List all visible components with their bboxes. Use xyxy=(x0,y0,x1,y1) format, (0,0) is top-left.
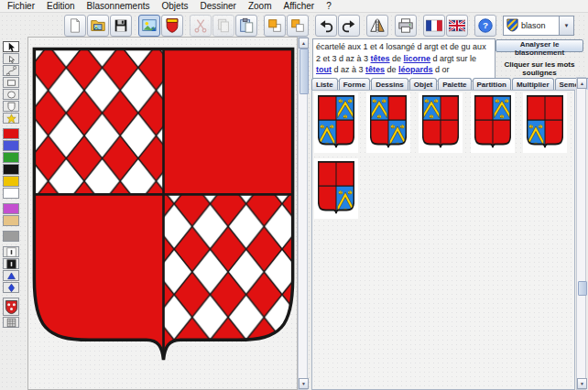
scroll-down-icon[interactable]: ▼ xyxy=(299,378,309,389)
toolbar-group xyxy=(264,15,309,37)
tab-forme[interactable]: Forme xyxy=(339,78,370,90)
menu-edition[interactable]: Edition xyxy=(47,1,75,11)
send-back-icon xyxy=(289,17,306,34)
palette-group xyxy=(3,203,19,226)
shield-shape-tool-button[interactable] xyxy=(3,101,19,112)
quartering-option-quarter-3[interactable] xyxy=(523,92,567,153)
tool-palette xyxy=(3,41,23,332)
color-ermine-swatch[interactable] xyxy=(3,215,19,226)
scroll-down-icon[interactable]: ▼ xyxy=(577,378,587,389)
hatch-light-button[interactable] xyxy=(3,246,19,257)
image-icon xyxy=(141,17,158,34)
blazon-word-link[interactable]: léopards xyxy=(398,65,433,74)
tab-multiplier[interactable]: Multiplier xyxy=(512,78,554,90)
blazon-panel: écartelé aux 1 et 4 losangé d argt et de… xyxy=(310,37,588,390)
analyze-column: Analyser le blasonnement Cliquer sur les… xyxy=(495,39,583,77)
blazon-text: d argt sur le xyxy=(430,54,476,63)
blazon-word-link[interactable]: licorne xyxy=(404,54,431,63)
blazon-word-link[interactable]: têtes xyxy=(365,65,385,74)
save-button[interactable] xyxy=(110,15,132,37)
color-argent-swatch[interactable] xyxy=(3,188,19,199)
undo-button[interactable] xyxy=(315,15,337,37)
panel-scrollbar-thumb[interactable] xyxy=(578,281,587,296)
color-gules-swatch[interactable] xyxy=(3,128,19,139)
copy-button[interactable] xyxy=(212,15,234,37)
help-button[interactable]: ? xyxy=(474,15,496,37)
ellipse-tool-button[interactable] xyxy=(3,89,19,100)
blazon-text: d or xyxy=(433,65,450,74)
color-azure-swatch[interactable] xyxy=(3,140,19,151)
blazon-text-area[interactable]: écartelé aux 1 et 4 losangé d argt et de… xyxy=(312,38,495,81)
canvas-vertical-scrollbar[interactable]: ▲ ▼ xyxy=(298,37,308,390)
color-purpure-swatch[interactable] xyxy=(3,203,19,214)
select-tool-button[interactable] xyxy=(3,41,19,52)
color-vert-swatch[interactable] xyxy=(3,152,19,163)
quartering-option-quarters-2-3[interactable] xyxy=(314,92,358,153)
toolbar-group xyxy=(138,15,183,37)
tab-objet[interactable]: Objet xyxy=(409,78,437,90)
blason-selector[interactable]: blason▼ xyxy=(503,16,574,36)
export-image-button[interactable] xyxy=(138,15,160,37)
flag-uk-icon xyxy=(449,17,465,34)
pen-tool-button[interactable] xyxy=(3,65,19,76)
quartering-option-quarter-1[interactable] xyxy=(419,92,463,153)
menu-zoom[interactable]: Zoom xyxy=(248,1,272,11)
undo-icon xyxy=(318,17,334,34)
node-select-tool-button[interactable] xyxy=(3,53,19,64)
language-french-button[interactable] xyxy=(423,15,445,37)
menu-dessiner[interactable]: Dessiner xyxy=(200,1,235,11)
svg-text:?: ? xyxy=(483,20,488,30)
tab-liste[interactable]: Liste xyxy=(311,78,338,90)
paste-button[interactable] xyxy=(235,15,257,37)
bring-to-front-button[interactable] xyxy=(264,15,286,37)
open-file-button[interactable] xyxy=(87,15,109,37)
color-gray-swatch[interactable] xyxy=(3,231,19,242)
redo-button[interactable] xyxy=(338,15,360,37)
menu-fichier[interactable]: Fichier xyxy=(7,1,35,11)
palette-group xyxy=(3,231,19,242)
hatch-dark-button[interactable] xyxy=(3,258,19,269)
quartering-option-quarter-2[interactable] xyxy=(471,92,515,153)
tab-palette[interactable]: Palette xyxy=(438,78,471,90)
palette-group xyxy=(3,128,19,199)
analyze-blazon-button[interactable]: Analyser le blasonnement xyxy=(495,39,583,52)
tab-dessins[interactable]: Dessins xyxy=(371,78,408,90)
menu-?[interactable]: ? xyxy=(326,1,332,11)
color-sable-swatch[interactable] xyxy=(3,164,19,175)
menu-afficher[interactable]: Afficher xyxy=(283,1,314,11)
menu-objets[interactable]: Objets xyxy=(162,1,189,11)
blazon-word-link[interactable]: têtes xyxy=(371,54,390,63)
lozenge-marker-button[interactable] xyxy=(3,282,19,293)
color-or-swatch[interactable] xyxy=(3,176,19,187)
print-button[interactable] xyxy=(395,15,417,37)
palette-group xyxy=(3,298,19,328)
drawing-canvas[interactable] xyxy=(27,37,298,390)
palette-group xyxy=(3,246,19,293)
send-to-back-button[interactable] xyxy=(287,15,309,37)
canvas-scrollbar-thumb[interactable] xyxy=(299,49,309,94)
quartering-option-quarter-4[interactable] xyxy=(314,158,358,219)
triangle-marker-button[interactable] xyxy=(3,270,19,281)
panel-vertical-scrollbar[interactable]: ▲ ▼ xyxy=(576,77,586,390)
tab-partition[interactable]: Partition xyxy=(473,78,511,90)
mirror-button[interactable] xyxy=(366,15,388,37)
scroll-up-icon[interactable]: ▲ xyxy=(299,38,309,49)
cut-button[interactable] xyxy=(190,15,212,37)
copy-icon xyxy=(215,17,232,34)
chevron-down-icon[interactable]: ▼ xyxy=(559,16,573,35)
star-tool-button[interactable] xyxy=(3,113,19,124)
rectangle-tool-button[interactable] xyxy=(3,77,19,88)
sample-arms-button[interactable] xyxy=(3,298,19,316)
new-document-icon xyxy=(67,17,83,34)
hatch-grid-button[interactable] xyxy=(3,317,19,328)
language-english-button[interactable] xyxy=(446,15,468,37)
blazon-word-link[interactable]: tout xyxy=(316,65,332,74)
scroll-up-icon[interactable]: ▲ xyxy=(577,78,587,89)
print-icon xyxy=(397,17,414,34)
new-document-button[interactable] xyxy=(64,15,86,37)
menu-blasonnements[interactable]: Blasonnements xyxy=(87,1,150,11)
quartering-option-quarters-1-4[interactable] xyxy=(366,92,410,153)
shield-editor-button[interactable] xyxy=(161,15,183,37)
underlined-words-hint: Cliquer sur les mots soulignes xyxy=(495,60,583,77)
canvas-shield[interactable] xyxy=(30,45,297,369)
